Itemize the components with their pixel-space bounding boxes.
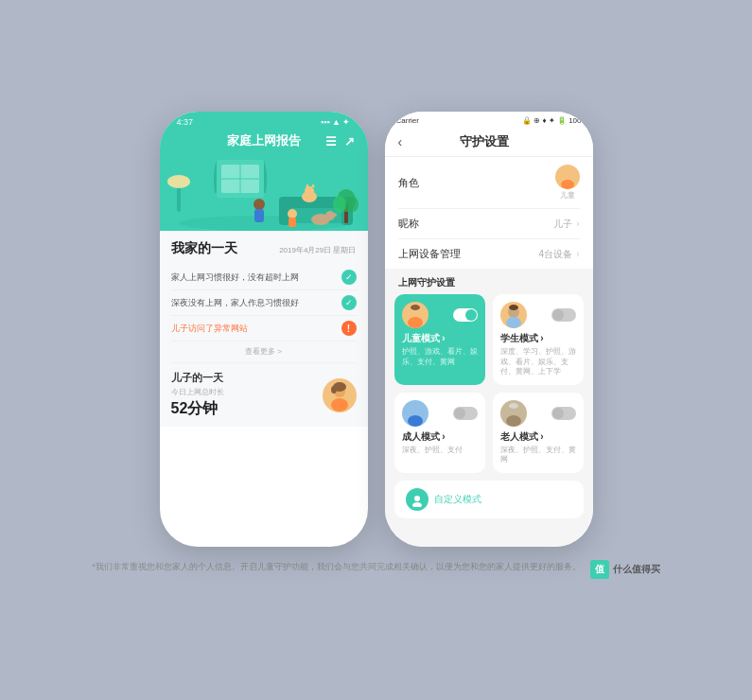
mode-card-student-top — [500, 302, 576, 328]
child-avatar — [323, 378, 357, 412]
right-status-bar: Carrier 🔒 ⊕ ♦ ✦ 🔋 100 — [385, 112, 593, 128]
mode-avatar-elder — [500, 400, 527, 427]
devices-label: 上网设备管理 — [398, 247, 461, 261]
mode-card-child-top — [402, 302, 478, 328]
svg-point-34 — [408, 317, 423, 328]
nickname-chevron: › — [576, 219, 579, 229]
student-mode-toggle[interactable] — [551, 308, 576, 322]
mode-grid: 儿童模式 › 护照、游戏、看片、娱乐、支付、黄网 — [385, 294, 593, 481]
student-mode-avatar-svg — [500, 302, 527, 328]
left-phone: 4:37 ▪▪▪ ▲ ✦ 家庭上网报告 ☰ ↗ — [160, 112, 368, 547]
warn-icon: ! — [341, 321, 357, 336]
svg-point-40 — [408, 415, 423, 427]
mode-avatar-child — [402, 302, 428, 328]
child-mode-name: 儿童模式 › — [402, 332, 478, 345]
adult-mode-desc: 深夜、护照、支付 — [402, 446, 478, 456]
child-mode-avatar-svg — [402, 302, 428, 328]
mode-card-elder[interactable]: 老人模式 › 深夜、护照、支付、黄网 — [493, 393, 584, 473]
child-name: 儿子的一天 — [171, 371, 224, 385]
svg-point-17 — [288, 209, 297, 219]
see-more[interactable]: 查看更多 > — [171, 341, 357, 363]
section-title: 上网守护设置 — [385, 269, 593, 294]
elder-mode-avatar-svg — [500, 400, 527, 427]
svg-point-32 — [561, 180, 574, 189]
report-item-3: 儿子访问了异常网站 ! — [171, 316, 357, 341]
svg-point-6 — [167, 175, 190, 188]
report-text-1: 家人上网习惯很好，没有超时上网 — [171, 271, 299, 284]
mode-avatar-adult — [402, 400, 428, 427]
share-icon[interactable]: ↗ — [344, 134, 355, 149]
back-button[interactable]: ‹ — [398, 134, 403, 149]
child-mode-desc: 护照、游戏、看片、娱乐、支付、黄网 — [402, 347, 478, 367]
svg-rect-16 — [254, 209, 264, 222]
left-status-bar: 4:37 ▪▪▪ ▲ ✦ — [160, 112, 368, 129]
svg-point-42 — [506, 415, 521, 427]
footer-text: *我们非常重视您和您家人的个人信息。开启儿童守护功能，我们会与您共同完成相关确认… — [92, 560, 581, 573]
day-date: 2019年4月29日 星期日 — [279, 245, 356, 255]
mode-card-child[interactable]: 儿童模式 › 护照、游戏、看片、娱乐、支付、黄网 — [394, 294, 485, 385]
svg-point-43 — [509, 403, 518, 409]
svg-point-12 — [305, 186, 314, 196]
svg-point-39 — [410, 405, 421, 416]
phones-container: 4:37 ▪▪▪ ▲ ✦ 家庭上网报告 ☰ ↗ — [160, 112, 593, 547]
role-avatar — [555, 165, 580, 189]
settings-row-devices[interactable]: 上网设备管理 4台设备 › — [398, 239, 580, 269]
document-icon[interactable]: ☰ — [325, 134, 337, 149]
svg-point-38 — [509, 305, 518, 310]
svg-point-35 — [411, 305, 420, 310]
svg-point-21 — [331, 213, 337, 217]
mode-card-adult-top — [402, 400, 478, 427]
day-header: 我家的一天 2019年4月29日 星期日 — [171, 240, 357, 257]
elder-mode-desc: 深夜、护照、支付、黄网 — [500, 446, 576, 465]
mode-card-student[interactable]: 学生模式 › 深度、学习、护照、游戏、看片、娱乐、支付、黄网、上下学 — [493, 294, 584, 385]
hero-illustration — [160, 155, 368, 231]
right-nav: ‹ 守护设置 — [385, 128, 593, 157]
mode-card-adult[interactable]: 成人模式 › 深夜、护照、支付 — [394, 393, 485, 473]
svg-point-15 — [254, 199, 265, 210]
child-time: 52分钟 — [171, 399, 224, 419]
mode-avatar-student — [500, 302, 527, 328]
watermark-name: 什么值得买 — [613, 562, 660, 577]
check-icon-2: ✓ — [341, 295, 357, 310]
watermark: 值 什么值得买 — [590, 560, 660, 579]
adult-mode-toggle[interactable] — [453, 407, 478, 420]
role-label-text: 儿童 — [560, 190, 575, 201]
check-icon-1: ✓ — [341, 270, 357, 285]
day-title: 我家的一天 — [171, 240, 237, 257]
custom-mode-bar[interactable]: 自定义模式 — [394, 481, 584, 518]
child-section: 儿子的一天 今日上网总时长 52分钟 — [171, 371, 357, 419]
left-status-time: 4:37 — [177, 117, 194, 127]
right-phone: Carrier 🔒 ⊕ ♦ ✦ 🔋 100 ‹ 守护设置 角色 — [385, 112, 593, 547]
devices-text: 4台设备 — [539, 248, 573, 261]
svg-marker-14 — [311, 184, 315, 187]
svg-marker-13 — [306, 184, 309, 187]
devices-chevron: › — [576, 249, 579, 259]
nickname-label: 昵称 — [398, 217, 419, 231]
svg-point-29 — [331, 386, 337, 394]
report-item-2: 深夜没有上网，家人作息习惯很好 ✓ — [171, 290, 357, 316]
svg-point-37 — [506, 317, 521, 328]
svg-point-25 — [347, 197, 359, 212]
settings-row-nickname[interactable]: 昵称 儿子 › — [398, 209, 580, 239]
elder-mode-toggle[interactable] — [551, 407, 576, 420]
right-phone-bg: Carrier 🔒 ⊕ ♦ ✦ 🔋 100 ‹ 守护设置 角色 — [385, 112, 593, 547]
student-mode-name: 学生模式 › — [500, 332, 576, 345]
left-title-icons: ☰ ↗ — [325, 134, 355, 149]
settings-row-role[interactable]: 角色 儿童 — [398, 157, 580, 209]
student-mode-desc: 深度、学习、护照、游戏、看片、娱乐、支付、黄网、上下学 — [500, 347, 576, 377]
role-avatar-svg — [555, 165, 580, 189]
watermark-logo: 值 — [590, 560, 609, 579]
nickname-text: 儿子 — [553, 218, 572, 231]
left-content: 我家的一天 2019年4月29日 星期日 家人上网习惯很好，没有超时上网 ✓ 深… — [160, 231, 368, 427]
child-mode-toggle[interactable] — [453, 308, 478, 322]
adult-mode-avatar-svg — [402, 400, 428, 427]
left-status-icons: ▪▪▪ ▲ ✦ — [321, 117, 350, 127]
right-status-icons: 🔒 ⊕ ♦ ✦ 🔋 100 — [522, 116, 582, 125]
right-nav-title: 守护设置 — [410, 133, 558, 150]
report-text-2: 深夜没有上网，家人作息习惯很好 — [171, 297, 299, 309]
custom-mode-icon — [406, 488, 428, 511]
svg-point-45 — [414, 496, 420, 501]
child-info: 儿子的一天 今日上网总时长 52分钟 — [171, 371, 224, 419]
adult-mode-name: 成人模式 › — [402, 430, 478, 444]
svg-rect-18 — [289, 218, 296, 227]
